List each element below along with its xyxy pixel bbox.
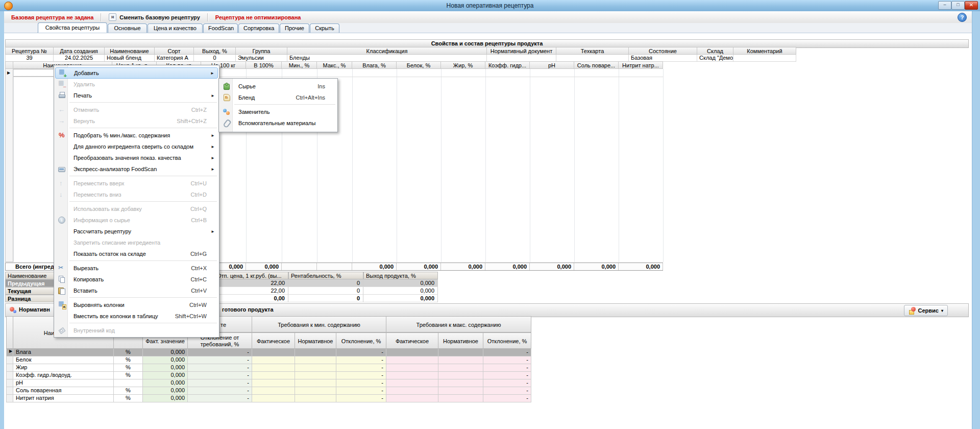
tab-2[interactable]: Основные <box>108 23 147 33</box>
tab-4[interactable]: FoodScan <box>203 23 238 33</box>
quality-row-6-name[interactable]: Соль поваренная <box>13 387 114 395</box>
quality-row-1-unit[interactable]: % <box>114 349 143 356</box>
tab-6[interactable]: Прочие <box>280 23 309 33</box>
minimize-button[interactable]: – <box>938 1 951 10</box>
props-value-9[interactable] <box>556 55 629 62</box>
props-value-1[interactable]: 39 <box>5 55 54 62</box>
summary-row-label-1[interactable]: Предыдущая <box>5 279 57 287</box>
quality-row-6-xf[interactable] <box>386 387 438 395</box>
tab-7[interactable]: Скрыть <box>310 23 339 33</box>
summary-row-label-3[interactable]: Разница <box>5 295 57 302</box>
quality-row-4-xn[interactable] <box>438 372 483 379</box>
summary-cell-1-3[interactable]: 0,000 <box>363 279 438 287</box>
quality-row-6-deviation[interactable]: - <box>188 387 252 395</box>
quality-row-5-deviation[interactable]: - <box>188 379 252 387</box>
maximize-button[interactable]: □ <box>951 1 965 10</box>
summary-cell-3-3[interactable]: 0,000 <box>363 295 438 302</box>
quality-row-1-mf[interactable] <box>252 349 295 356</box>
summary-cell-1-2[interactable]: 0 <box>288 279 363 287</box>
summary-cell-2-1[interactable]: 22,00 <box>214 287 288 295</box>
quality-row-2-xf[interactable] <box>386 356 438 364</box>
quality-row-3-xn[interactable] <box>438 364 483 372</box>
summary-row-label-2[interactable]: Текущая <box>5 287 57 295</box>
quality-row-6-xn[interactable] <box>438 387 483 395</box>
quality-row-6-mn[interactable] <box>295 387 336 395</box>
quality-row-7-name[interactable]: Нитрит натрия <box>13 395 114 402</box>
menu-item-foodscan[interactable]: Экспресс-анализатор FoodScan► <box>55 163 218 175</box>
quality-row-3-marker[interactable] <box>6 364 13 372</box>
quality-row-5-md[interactable]: - <box>336 379 386 387</box>
quality-row-1-actual[interactable]: 0,000 <box>143 349 188 356</box>
tab-3[interactable]: Цена и качество <box>148 23 203 33</box>
quality-row-6-mf[interactable] <box>252 387 295 395</box>
menu-item-paste[interactable]: ВставитьCtrl+V <box>55 285 218 296</box>
quality-row-1-md[interactable]: - <box>336 349 386 356</box>
quality-row-2-mf[interactable] <box>252 356 295 364</box>
quality-row-3-deviation[interactable]: - <box>188 364 252 372</box>
quality-row-4-name[interactable]: Коэфф. гидр./водоуд. <box>13 372 114 379</box>
quality-row-7-marker[interactable] <box>6 395 13 402</box>
props-value-5[interactable]: 0 <box>194 55 236 62</box>
quality-row-1-xd[interactable]: - <box>483 349 531 356</box>
quality-row-2-actual[interactable]: 0,000 <box>143 356 188 364</box>
quality-row-5-mn[interactable] <box>295 379 336 387</box>
quality-row-1-deviation[interactable]: - <box>188 349 252 356</box>
menu-item-cut[interactable]: ВырезатьCtrl+X <box>55 263 218 274</box>
quality-row-4-mn[interactable] <box>295 372 336 379</box>
quality-row-2-unit[interactable]: % <box>114 356 143 364</box>
quality-row-7-mf[interactable] <box>252 395 295 402</box>
quality-row-6-actual[interactable]: 0,000 <box>143 387 188 395</box>
props-value-4[interactable]: Категория А <box>155 55 194 62</box>
menu-item-fit-minmax[interactable]: Подобрать % мин./макс. содержания► <box>55 130 218 141</box>
summary-cell-3-2[interactable]: 0 <box>288 295 363 302</box>
summary-cell-3-1[interactable]: 0,00 <box>214 295 288 302</box>
menu-item-show-stock[interactable]: Показать остаток на складеCtrl+G <box>55 248 218 259</box>
quality-row-4-xf[interactable] <box>386 372 438 379</box>
quality-row-1-name[interactable]: Влага <box>13 349 114 356</box>
quality-row-4-deviation[interactable]: - <box>188 372 252 379</box>
quality-row-7-xf[interactable] <box>386 395 438 402</box>
quality-row-4-mf[interactable] <box>252 372 295 379</box>
quality-row-6-md[interactable]: - <box>336 387 386 395</box>
props-value-8[interactable] <box>487 55 556 62</box>
quality-row-5-unit[interactable] <box>114 379 143 387</box>
menu-item-print[interactable]: Печать► <box>55 90 218 101</box>
quality-row-3-unit[interactable]: % <box>114 364 143 372</box>
submenu-item-substitute[interactable]: Заменитель <box>220 106 336 117</box>
quality-row-7-xn[interactable] <box>438 395 483 402</box>
quality-row-2-xd[interactable]: - <box>483 356 531 364</box>
quality-row-7-actual[interactable]: 0,000 <box>143 395 188 402</box>
quality-row-5-name[interactable]: pH <box>13 379 114 387</box>
quality-row-4-actual[interactable]: 0,000 <box>143 372 188 379</box>
menu-item-fit-columns[interactable]: Вместить все колонки в таблицуShift+Ctrl… <box>55 311 218 322</box>
quality-row-1-marker[interactable]: ▶ <box>6 349 13 356</box>
menu-item-add[interactable]: Добавить► <box>55 67 218 79</box>
quality-row-3-mf[interactable] <box>252 364 295 372</box>
menu-item-copy[interactable]: КопироватьCtrl+C <box>55 274 218 285</box>
quality-row-5-actual[interactable]: 0,000 <box>143 379 188 387</box>
quality-row-6-unit[interactable]: % <box>114 387 143 395</box>
quality-row-2-name[interactable]: Белок <box>13 356 114 364</box>
menu-item-calc-recipe[interactable]: Рассчитать рецептуру► <box>55 226 218 237</box>
quality-row-7-md[interactable]: - <box>336 395 386 402</box>
summary-cell-2-2[interactable]: 0 <box>288 287 363 295</box>
quality-row-2-mn[interactable] <box>295 356 336 364</box>
tab-5[interactable]: Сортировка <box>238 23 279 33</box>
submenu-item-blend[interactable]: БлендCtrl+Alt+Ins <box>220 92 336 103</box>
quality-row-2-md[interactable]: - <box>336 356 386 364</box>
quality-row-3-name[interactable]: Жир <box>13 364 114 372</box>
quality-row-3-xf[interactable] <box>386 364 438 372</box>
quality-row-3-md[interactable]: - <box>336 364 386 372</box>
props-value-2[interactable]: 24.02.2025 <box>54 55 105 62</box>
props-value-7[interactable]: Бленды <box>287 55 487 62</box>
quality-row-3-xd[interactable]: - <box>483 364 531 372</box>
quality-row-4-md[interactable]: - <box>336 372 386 379</box>
summary-cell-1-1[interactable]: 22,00 <box>214 279 288 287</box>
change-base-recipe-button[interactable]: н Сменить базовую рецептуру <box>102 12 207 22</box>
props-value-6[interactable]: Эмульсии <box>236 55 287 62</box>
props-value-12[interactable] <box>733 55 796 62</box>
quality-row-5-xn[interactable] <box>438 379 483 387</box>
quality-row-4-xd[interactable]: - <box>483 372 531 379</box>
submenu-item-aux-materials[interactable]: Вспомогательные материалы <box>220 117 336 129</box>
quality-row-1-xf[interactable] <box>386 349 438 356</box>
